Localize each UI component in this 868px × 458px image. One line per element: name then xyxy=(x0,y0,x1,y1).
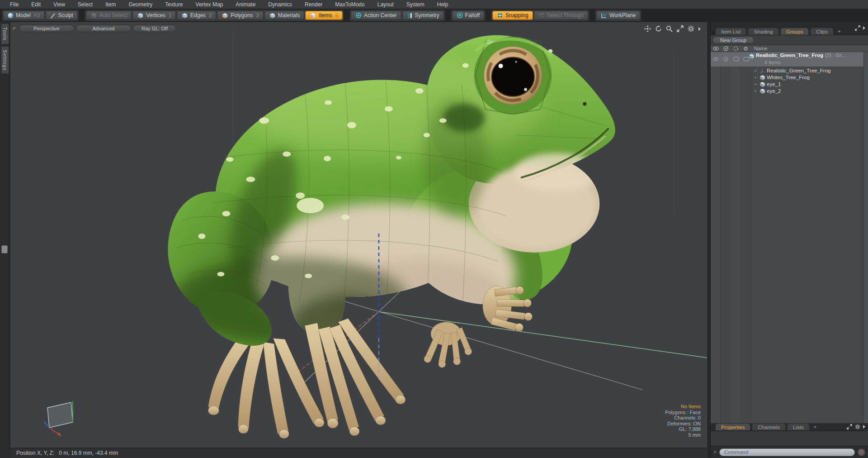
render-camera-icon[interactable] xyxy=(723,56,729,62)
action-center-button[interactable]: Action Center xyxy=(351,11,401,20)
command-input[interactable] xyxy=(719,448,855,456)
panel-corner-icon[interactable] xyxy=(712,31,715,34)
lock-toggle-icon[interactable] xyxy=(743,46,749,52)
tab-groups[interactable]: Groups xyxy=(780,28,809,35)
action-center-label: Action Center xyxy=(364,12,397,19)
materials-button[interactable]: Materials xyxy=(264,11,305,20)
falloff-button[interactable]: Falloff xyxy=(452,11,484,20)
viewport-thumb-icon[interactable] xyxy=(13,27,16,30)
tab-item-list[interactable]: Item List xyxy=(715,28,746,35)
sculpt-mode-button[interactable]: Sculpt xyxy=(46,11,78,20)
auto-select-button[interactable]: Auto Select xyxy=(86,11,132,20)
vertices-shortcut: 1 xyxy=(169,13,171,18)
panel-menu-arrow-icon[interactable] xyxy=(863,425,865,429)
snapping-button[interactable]: Snapping xyxy=(492,11,533,20)
settings-vertical-tab[interactable]: Settings xyxy=(1,46,9,74)
gear-icon[interactable] xyxy=(855,424,860,429)
tree-scrollbar[interactable] xyxy=(863,52,868,423)
symmetry-button[interactable]: Symmetry xyxy=(402,11,444,20)
group-root-row[interactable]: Realistic_Green_Tree_Frog(2) : Gr... 4 I… xyxy=(711,52,863,67)
tree-row-locator[interactable]: + Realistic_Green_Tree_Frog xyxy=(711,67,863,74)
gizmo-z-axis xyxy=(44,421,49,428)
zoom-icon[interactable] xyxy=(666,25,673,32)
sculpt-pen-icon xyxy=(50,13,56,19)
select-through-button[interactable]: Select Through xyxy=(534,11,588,20)
edges-button[interactable]: Edges 2 xyxy=(177,11,216,20)
menu-select[interactable]: Select xyxy=(71,0,99,9)
toggle-box-icon[interactable] xyxy=(733,56,740,62)
dock-grip-handle[interactable] xyxy=(1,245,8,253)
raygl-button[interactable]: Ray GL: Off xyxy=(133,25,176,32)
properties-empty-area xyxy=(711,431,868,446)
menu-system[interactable]: System xyxy=(400,0,431,9)
workplane-button[interactable]: WorkPlane xyxy=(596,11,640,20)
menu-file[interactable]: File xyxy=(4,0,25,9)
tools-vertical-tab[interactable]: Tools xyxy=(1,24,9,44)
snapping-icon xyxy=(497,12,503,19)
panel-splitter[interactable] xyxy=(708,22,711,458)
render-camera-icon[interactable] xyxy=(723,46,729,52)
items-button[interactable]: Items 5 xyxy=(305,11,342,20)
menu-render[interactable]: Render xyxy=(298,0,329,9)
viewport-menu-arrow-icon[interactable] xyxy=(698,27,701,31)
visibility-eye-icon[interactable] xyxy=(713,56,719,62)
symmetry-icon xyxy=(407,13,413,19)
orbit-icon[interactable] xyxy=(655,25,662,32)
maximize-icon[interactable] xyxy=(855,25,860,31)
tab-lists[interactable]: Lists xyxy=(787,423,810,430)
menu-animate[interactable]: Animate xyxy=(229,0,262,9)
polygons-shortcut: 3 xyxy=(256,13,259,18)
vertices-button[interactable]: Vertices 1 xyxy=(132,11,176,20)
menu-layout[interactable]: Layout xyxy=(371,0,400,9)
3d-viewport[interactable]: Perspective Advanced Ray GL: Off No Item… xyxy=(10,22,708,448)
panel-menu-arrow-icon[interactable] xyxy=(863,26,865,30)
tree-row-mesh[interactable]: + eye_1 xyxy=(711,81,863,88)
tab-add[interactable]: + xyxy=(835,28,844,35)
sculpt-label: Sculpt xyxy=(58,12,73,19)
shading-mode-button[interactable]: Advanced xyxy=(76,25,131,32)
falloff-group: Falloff xyxy=(451,10,486,21)
maximize-icon[interactable] xyxy=(677,25,684,32)
auto-select-label: Auto Select xyxy=(99,12,127,19)
menu-geometry[interactable]: Geometry xyxy=(123,0,159,9)
symmetry-label: Symmetry xyxy=(415,12,439,19)
visibility-eye-icon[interactable] xyxy=(713,46,719,52)
snapping-label: Snapping xyxy=(505,12,528,19)
grid-size-status: 5 mm xyxy=(665,432,701,438)
tab-clips[interactable]: Clips xyxy=(810,28,834,35)
pan-icon[interactable] xyxy=(644,25,651,32)
model-mode-button[interactable]: Model F2 xyxy=(3,11,45,20)
tab-shading[interactable]: Shading xyxy=(748,28,778,35)
group-mesh-icon xyxy=(749,53,755,59)
gear-icon[interactable] xyxy=(688,25,694,32)
polygons-button[interactable]: Polygons 3 xyxy=(217,11,264,20)
menu-dynamics[interactable]: Dynamics xyxy=(262,0,298,9)
left-dock: Tools Settings xyxy=(0,22,10,458)
channels-status: Channels: 0 xyxy=(665,415,701,421)
maximize-icon[interactable] xyxy=(847,424,852,429)
select-through-label: Select Through xyxy=(547,12,584,19)
menu-bar: File Edit View Select Item Geometry Text… xyxy=(0,0,868,9)
macro-record-button[interactable] xyxy=(858,448,865,456)
menu-view[interactable]: View xyxy=(47,0,71,9)
tab-add[interactable]: + xyxy=(811,423,820,430)
menu-vertex-map[interactable]: Vertex Map xyxy=(189,0,230,9)
main-toolbar: Model F2 Sculpt Auto Select Vertices 1 E… xyxy=(0,9,868,22)
polygon-mode-status: Polygons : Face xyxy=(665,410,701,415)
tree-row-mesh[interactable]: + eye_2 xyxy=(711,88,863,95)
groups-panel-actions: New Group xyxy=(711,35,868,45)
menu-help[interactable]: Help xyxy=(431,0,455,9)
menu-item[interactable]: Item xyxy=(99,0,122,9)
edges-label: Edges xyxy=(190,12,206,19)
frog-model-render xyxy=(10,22,707,448)
menu-maxtomodo[interactable]: MaxToModo xyxy=(329,0,371,9)
perspective-button[interactable]: Perspective xyxy=(19,25,74,32)
tab-properties[interactable]: Properties xyxy=(715,423,750,430)
tree-row-mesh[interactable]: + Whites_Tree_Frog xyxy=(711,74,863,81)
ghost-toggle-icon[interactable] xyxy=(733,46,739,52)
tab-channels[interactable]: Channels xyxy=(752,423,786,430)
group-item-count: 4 Items xyxy=(764,60,781,65)
menu-texture[interactable]: Texture xyxy=(159,0,189,9)
new-group-button[interactable]: New Group xyxy=(712,37,754,44)
menu-edit[interactable]: Edit xyxy=(25,0,47,9)
